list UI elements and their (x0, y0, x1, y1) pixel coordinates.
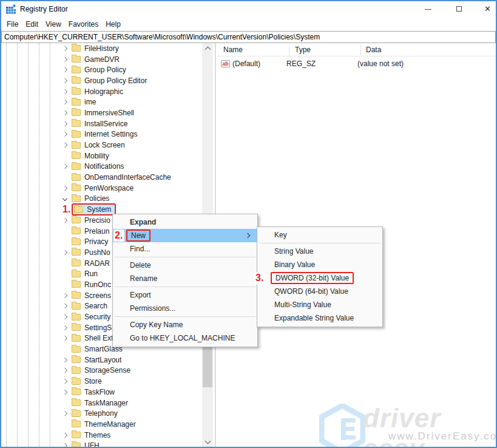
tree-item-hit-area[interactable]: Screens (72, 291, 111, 300)
tree-item[interactable]: TaskManager (1, 398, 215, 409)
scroll-down-icon[interactable] (205, 439, 210, 444)
tree-item[interactable]: Themes (1, 430, 215, 441)
tree-item-hit-area[interactable]: Mobility (72, 152, 109, 160)
tree-item-hit-area[interactable]: StorageSense (72, 366, 130, 375)
tree-item[interactable]: GameDVR (1, 54, 215, 65)
expander-chevron-icon[interactable] (63, 293, 67, 298)
column-separator[interactable] (360, 44, 361, 55)
tree-item[interactable]: Lock Screen (1, 140, 215, 151)
tree-item[interactable]: PenWorkspace (1, 183, 215, 194)
context-menu-item[interactable] (115, 316, 255, 317)
tree-item[interactable]: InstallService (1, 118, 215, 129)
tree-item-hit-area[interactable]: System (72, 203, 116, 216)
expander-chevron-icon[interactable] (63, 379, 67, 384)
context-menu-item[interactable] (115, 287, 255, 287)
expander-chevron-icon[interactable] (63, 325, 67, 330)
tree-item[interactable]: StartLayout (1, 355, 215, 365)
column-separator[interactable] (289, 44, 289, 55)
menu-bar-item[interactable]: Edit (22, 18, 42, 30)
value-row[interactable]: ab (Default) REG_SZ (value not set) (217, 58, 496, 69)
submenu-item[interactable]: Key (257, 228, 382, 242)
tree-item-hit-area[interactable]: ime (72, 98, 96, 106)
expander-chevron-icon[interactable] (63, 46, 67, 51)
column-header-data[interactable]: Data (366, 46, 381, 54)
expander-chevron-icon[interactable] (63, 196, 67, 201)
expander-chevron-icon[interactable] (63, 443, 67, 447)
tree-item-hit-area[interactable]: Themes (72, 431, 110, 440)
expander-chevron-icon[interactable] (63, 186, 67, 191)
tree-item-hit-area[interactable]: ImmersiveShell (72, 109, 134, 117)
tree-item-hit-area[interactable]: Precisio (72, 216, 110, 225)
menu-bar-item[interactable]: Help (102, 18, 124, 30)
submenu-item[interactable]: Expandable String Value (257, 311, 382, 325)
context-menu-item[interactable]: Rename (113, 272, 257, 285)
tree-item[interactable]: TaskFlow (1, 387, 215, 398)
tree-item[interactable]: OnDemandInterfaceCache (1, 172, 215, 183)
tree-item-hit-area[interactable]: Run (72, 270, 98, 278)
tree-item-hit-area[interactable]: Policies (72, 194, 109, 203)
scrollbar-thumb[interactable] (203, 347, 212, 387)
tree-item-hit-area[interactable]: UFH (72, 441, 100, 447)
context-menu-item[interactable] (115, 257, 255, 257)
address-bar[interactable]: Computer\HKEY_CURRENT_USER\Software\Micr… (1, 31, 496, 43)
expander-chevron-icon[interactable] (63, 143, 67, 148)
tree-item-hit-area[interactable]: GameDVR (72, 55, 120, 64)
tree-item-hit-area[interactable]: PushNo (72, 248, 110, 257)
tree-item-hit-area[interactable]: PenWorkspace (72, 184, 134, 192)
tree-item-hit-area[interactable]: ThemeManager (72, 420, 136, 429)
expander-chevron-icon[interactable] (63, 358, 67, 362)
tree-item[interactable]: Telephony (1, 408, 215, 419)
tree-item-hit-area[interactable]: Group Policy Editor (72, 76, 147, 85)
maximize-button[interactable] (449, 1, 470, 17)
expander-chevron-icon[interactable] (63, 368, 67, 373)
tree-item-hit-area[interactable]: TaskManager (72, 399, 128, 407)
tree-item-hit-area[interactable]: Notifications (72, 162, 124, 171)
menu-bar-item[interactable]: View (42, 18, 65, 30)
submenu-item[interactable]: Binary Value (257, 258, 382, 271)
tree-item[interactable]: Store (1, 376, 215, 387)
tree-item[interactable]: Internet Settings (1, 129, 215, 140)
tree-item-hit-area[interactable]: TaskFlow (72, 388, 115, 396)
tree-item-hit-area[interactable]: Security (72, 313, 110, 321)
expander-chevron-icon[interactable] (63, 314, 67, 319)
column-header-name[interactable]: Name (223, 46, 243, 54)
tree-item[interactable]: UFH (1, 440, 215, 447)
expander-chevron-icon[interactable] (63, 78, 67, 83)
submenu-item[interactable] (259, 243, 380, 243)
expander-chevron-icon[interactable] (63, 336, 67, 341)
expander-chevron-icon[interactable] (63, 390, 67, 395)
expander-chevron-icon[interactable] (63, 304, 67, 308)
submenu-item[interactable]: String Value (257, 245, 382, 258)
tree-item-hit-area[interactable]: Prelaun (72, 227, 109, 236)
context-menu-item[interactable]: Copy Key Name (113, 318, 257, 331)
context-menu-item[interactable]: Find... (113, 242, 257, 256)
tree-item[interactable]: ime (1, 97, 215, 107)
tree-item-hit-area[interactable]: Shell Ext (72, 334, 113, 342)
expander-chevron-icon[interactable] (63, 433, 67, 438)
tree-item[interactable]: Policies (1, 194, 215, 205)
column-header-type[interactable]: Type (295, 46, 311, 54)
menu-bar-item[interactable]: File (3, 18, 22, 30)
context-menu-item[interactable]: Expand (113, 216, 257, 229)
tree-item-hit-area[interactable]: Store (72, 377, 102, 385)
expander-chevron-icon[interactable] (63, 110, 67, 115)
tree-item-hit-area[interactable]: Lock Screen (72, 141, 125, 149)
tree-item-hit-area[interactable]: SettingS (72, 324, 112, 332)
context-menu-item[interactable]: 2. New (113, 229, 257, 242)
tree-item-hit-area[interactable]: InstallService (72, 120, 127, 128)
tree-item-hit-area[interactable]: Search (72, 302, 107, 310)
submenu-item[interactable]: 3. DWORD (32-bit) Value (257, 271, 382, 285)
tree-item[interactable]: Group Policy Editor (1, 75, 215, 86)
submenu-item[interactable]: QWORD (64-bit) Value (257, 285, 382, 298)
tree-item-hit-area[interactable]: RADAR (72, 259, 110, 268)
tree-item[interactable]: ImmersiveShell (1, 107, 215, 118)
tree-item-hit-area[interactable]: StartLayout (72, 356, 121, 364)
expander-chevron-icon[interactable] (63, 250, 67, 255)
expander-chevron-icon[interactable] (63, 89, 67, 94)
tree-item-hit-area[interactable]: Privacy (72, 237, 108, 246)
close-button[interactable]: ✕ (478, 1, 497, 17)
tree-item[interactable]: Group Policy (1, 64, 215, 75)
expander-chevron-icon[interactable] (63, 132, 67, 137)
context-menu-item[interactable]: Export (113, 288, 257, 302)
tree-item-hit-area[interactable]: FileHistory (72, 44, 119, 53)
